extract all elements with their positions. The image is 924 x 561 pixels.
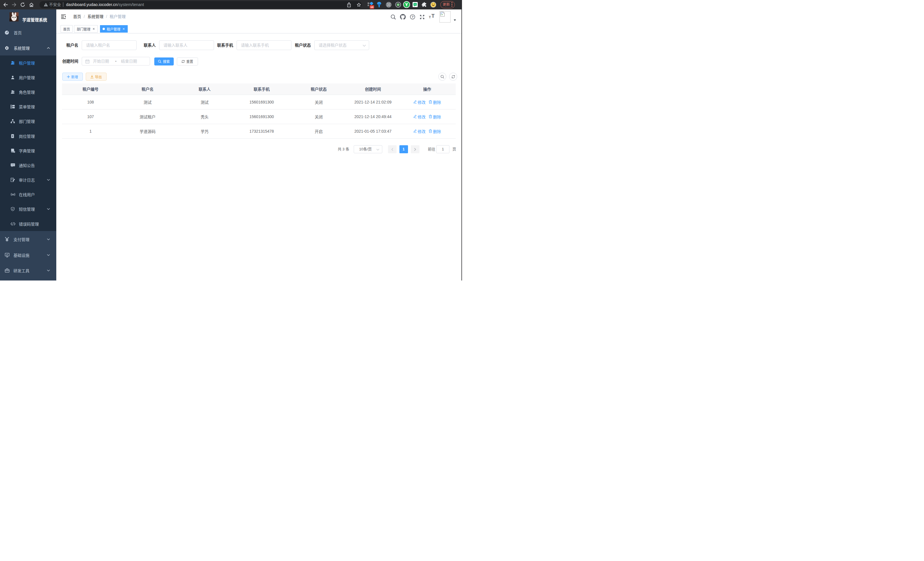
svg-text:10: 10 [370, 5, 374, 9]
svg-text:⌘: ⌘ [387, 3, 391, 7]
svg-text:?: ? [411, 15, 413, 19]
